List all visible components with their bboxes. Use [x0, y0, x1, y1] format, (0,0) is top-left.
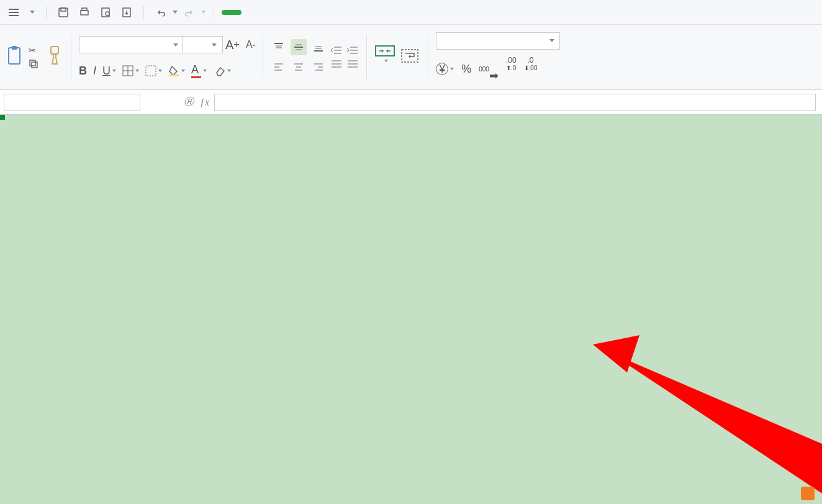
svg-rect-10: [32, 62, 37, 68]
align-right-icon[interactable]: [310, 59, 327, 75]
tab-review[interactable]: [323, 9, 341, 16]
copy-button[interactable]: [29, 59, 42, 69]
undo-icon[interactable]: [154, 6, 168, 19]
font-name-combo[interactable]: [79, 36, 184, 53]
merge-icon: [374, 42, 395, 60]
wrap-button[interactable]: [399, 47, 420, 67]
ribbon: ✂ A+ A- B I U: [0, 25, 822, 90]
separator: [214, 6, 214, 19]
svg-rect-16: [169, 74, 179, 76]
copy-icon: [29, 59, 38, 69]
font-size-combo[interactable]: [182, 36, 223, 53]
preview-icon[interactable]: [99, 6, 112, 19]
menubar: [0, 0, 822, 25]
svg-rect-0: [59, 8, 68, 17]
tab-start[interactable]: [222, 10, 242, 15]
svg-marker-49: [608, 352, 822, 493]
divider: [71, 35, 71, 79]
border-icon[interactable]: [122, 65, 139, 76]
scissors-icon: ✂: [29, 45, 36, 55]
align-group: [271, 39, 327, 75]
wrap-icon: [399, 47, 420, 65]
percent-icon[interactable]: %: [461, 56, 471, 83]
increase-decimal-icon[interactable]: .00⬆.0: [506, 56, 517, 83]
svg-rect-7: [9, 48, 20, 64]
chevron-down-icon: [201, 11, 206, 14]
chevron-down-icon[interactable]: [212, 43, 217, 47]
watermark: [801, 487, 817, 500]
search-fx-icon[interactable]: Ⓡ: [184, 96, 194, 109]
chevron-down-icon: [549, 39, 554, 42]
underline-icon[interactable]: U: [102, 65, 116, 78]
tab-insert[interactable]: [244, 9, 261, 16]
tab-feature[interactable]: [403, 9, 420, 16]
brush-icon: [46, 45, 63, 66]
fx-icon[interactable]: ƒx: [200, 97, 209, 108]
justify-icon[interactable]: [346, 59, 359, 69]
font-color-icon[interactable]: A: [191, 63, 207, 78]
svg-rect-15: [146, 66, 156, 76]
chevron-down-icon: [30, 11, 35, 14]
tab-dev[interactable]: [383, 9, 400, 16]
tab-layout[interactable]: [264, 9, 281, 16]
svg-point-5: [106, 12, 109, 16]
number-format-combo[interactable]: [436, 32, 560, 50]
paste-button[interactable]: [6, 45, 25, 69]
print-icon[interactable]: [78, 6, 91, 19]
formula-input[interactable]: [214, 94, 816, 111]
tab-data[interactable]: [304, 9, 321, 16]
italic-icon[interactable]: I: [93, 65, 96, 78]
bold-icon[interactable]: B: [79, 65, 87, 78]
distribute-icon[interactable]: [330, 59, 343, 69]
cut-button[interactable]: ✂: [29, 45, 42, 55]
decrease-font-icon[interactable]: A-: [246, 39, 255, 50]
svg-marker-50: [593, 335, 639, 372]
save-icon[interactable]: [56, 6, 70, 19]
comma-icon[interactable]: 000➡: [479, 56, 499, 83]
decrease-indent-icon[interactable]: [330, 45, 343, 55]
eraser-icon[interactable]: [213, 65, 231, 76]
redo-icon[interactable]: [183, 6, 196, 19]
formula-bar: Ⓡ ƒx: [0, 90, 822, 115]
fill-handle[interactable]: [0, 115, 5, 120]
paste-icon: [6, 45, 25, 66]
increase-indent-icon[interactable]: [346, 45, 359, 55]
align-center-icon[interactable]: [291, 59, 307, 75]
currency-icon[interactable]: ¥: [436, 56, 454, 83]
border-style-icon[interactable]: [145, 65, 162, 76]
align-left-icon[interactable]: [271, 59, 287, 75]
tab-formula[interactable]: [284, 9, 301, 16]
align-bottom-icon[interactable]: [310, 39, 327, 55]
name-box[interactable]: [4, 94, 140, 111]
svg-rect-2: [81, 11, 88, 15]
export-icon[interactable]: [120, 6, 133, 19]
divider: [428, 35, 428, 79]
fill-color-icon[interactable]: [168, 65, 185, 76]
file-menu[interactable]: [27, 11, 35, 14]
arrow-annotation: [472, 214, 822, 493]
chevron-down-icon: [173, 11, 178, 14]
align-top-icon[interactable]: [271, 39, 287, 55]
chevron-down-icon[interactable]: [173, 43, 178, 47]
increase-font-icon[interactable]: A+: [225, 38, 240, 52]
align-middle-icon[interactable]: [291, 39, 307, 55]
svg-rect-3: [82, 8, 87, 11]
separator: [46, 6, 47, 19]
logo-icon: [801, 487, 815, 500]
tab-security[interactable]: [363, 9, 381, 16]
svg-rect-9: [30, 60, 35, 66]
decrease-decimal-icon[interactable]: .0⬇.00: [524, 56, 538, 83]
svg-rect-11: [51, 47, 58, 54]
divider: [263, 35, 263, 79]
hamburger-icon[interactable]: [6, 6, 21, 19]
separator: [143, 6, 144, 19]
svg-rect-1: [61, 8, 66, 11]
formatpainter-button[interactable]: [46, 45, 63, 69]
svg-rect-47: [376, 46, 394, 56]
tab-view[interactable]: [343, 9, 361, 16]
svg-rect-8: [12, 46, 17, 50]
merge-button[interactable]: [374, 42, 395, 72]
divider: [366, 35, 367, 79]
